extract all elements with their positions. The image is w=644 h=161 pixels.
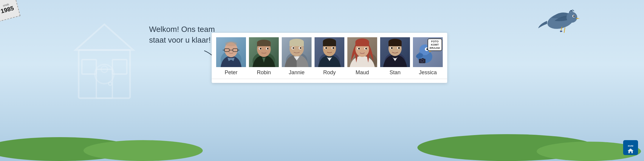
member-name-rody: Rody [323,69,336,76]
team-divider [212,79,447,79]
team-member-peter[interactable]: Peter [216,37,246,76]
svg-rect-66 [388,42,402,46]
svg-marker-13 [576,18,580,19]
grass-decoration [0,131,644,161]
member-name-jannie: Jannie [289,69,304,76]
team-member-robin[interactable]: Robin [249,37,279,76]
svg-rect-86 [630,151,631,153]
svg-point-42 [292,47,294,49]
svg-point-10 [566,12,577,23]
svg-point-51 [325,47,327,49]
foto-komt-eraan-bubble: FOTOKOMTERAAN! [428,38,442,51]
svg-point-60 [358,48,360,49]
svg-point-12 [573,16,575,17]
team-member-maud[interactable]: Maud [347,37,377,76]
svg-rect-81 [422,58,424,59]
photo-jessica: FOTOKOMTERAAN! [413,37,443,67]
house-illustration [72,18,137,101]
svg-rect-48 [323,41,336,46]
member-name-stan: Stan [389,69,400,76]
svg-point-69 [391,47,393,49]
svg-rect-4 [82,60,96,74]
svg-point-43 [300,47,301,49]
member-name-jessica: Jessica [419,69,437,76]
svg-point-52 [332,47,334,49]
svg-point-70 [398,47,400,49]
team-member-rody[interactable]: Rody [315,37,344,76]
svg-text:NVM: NVM [628,145,633,147]
photo-stan [380,37,410,67]
team-member-jessica[interactable]: FOTOKOMTERAAN! Jessica [413,37,443,76]
svg-point-33 [260,48,261,49]
nvm-logo: NVM [623,140,638,155]
photo-maud [347,37,377,67]
welcome-message: Welkom! Ons team staat voor u klaar! [149,24,215,46]
team-member-stan[interactable]: Stan [380,37,410,76]
team-panel: Peter [212,33,447,83]
svg-point-61 [365,48,367,49]
member-name-robin: Robin [257,69,271,76]
svg-marker-1 [75,24,133,50]
team-photos-row: Peter [216,37,443,76]
svg-point-34 [267,48,269,49]
svg-rect-16 [560,31,562,32]
svg-point-25 [225,41,237,46]
member-name-maud: Maud [355,69,369,76]
photo-robin [249,37,279,67]
svg-line-15 [564,27,565,33]
svg-rect-5 [112,60,127,74]
member-name-peter: Peter [225,69,237,76]
svg-rect-57 [355,42,369,46]
bird-decoration [537,3,584,43]
svg-point-6 [95,64,114,84]
team-member-jannie[interactable]: Jannie [282,37,312,76]
since-badge: sinds 1985 [0,0,25,25]
photo-rody [315,37,344,67]
photo-peter [216,37,246,67]
svg-rect-39 [290,42,304,46]
svg-rect-30 [257,43,271,46]
svg-point-80 [421,60,423,62]
photo-jannie [282,37,312,67]
